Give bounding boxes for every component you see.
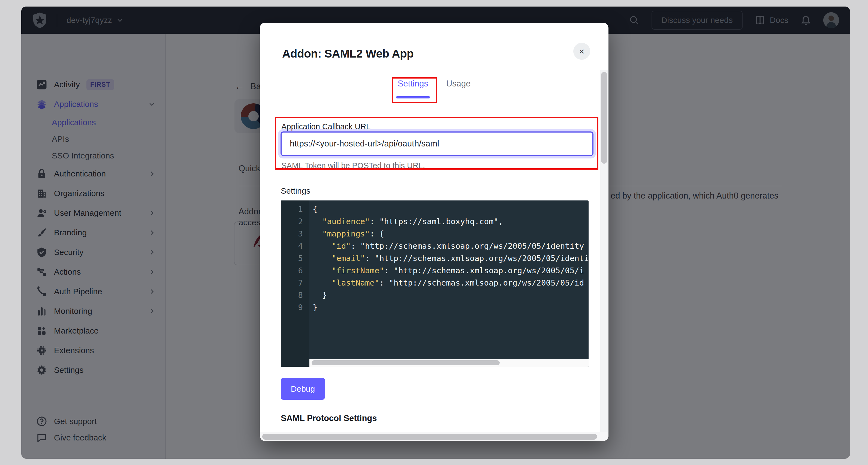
line-number: 9: [281, 301, 309, 314]
editor-horizontal-scrollbar[interactable]: [309, 359, 589, 367]
tabs-divider: [270, 97, 597, 97]
editor-hscroll-thumb[interactable]: [312, 360, 500, 365]
settings-json-editor[interactable]: 123456789 { "audience": "https://saml.bo…: [281, 200, 589, 367]
line-number: 1: [281, 203, 309, 215]
callback-url-helper: SAML Token will be POSTed to this URL.: [281, 161, 425, 170]
addon-saml2-modal: Addon: SAML2 Web App × Settings Usage Ap…: [260, 23, 609, 441]
modal-tabs: Settings Usage: [260, 79, 609, 97]
code-line: "mappings": {: [313, 228, 589, 240]
line-number: 2: [281, 215, 309, 228]
code-line: "lastName": "http://schemas.xmlsoap.org/…: [313, 277, 589, 289]
code-line: {: [313, 203, 589, 215]
code-line: "audience": "https://saml.boxyhq.com",: [313, 215, 589, 228]
line-number: 8: [281, 289, 309, 301]
code-line: }: [313, 289, 589, 301]
tab-usage[interactable]: Usage: [446, 79, 471, 97]
tab-settings[interactable]: Settings: [398, 79, 428, 97]
modal-hscroll-thumb[interactable]: [262, 434, 597, 440]
editor-line-numbers: 123456789: [281, 200, 309, 367]
code-line: "firstName": "http://schemas.xmlsoap.org…: [313, 265, 589, 277]
line-number: 3: [281, 228, 309, 240]
app-window: dev-tyj7qyzz Discuss your needs Docs Act…: [21, 6, 850, 459]
code-line: }: [313, 301, 589, 314]
saml-protocol-settings-heading: SAML Protocol Settings: [281, 413, 377, 423]
close-icon[interactable]: ×: [573, 43, 590, 60]
callback-url-input[interactable]: [281, 132, 593, 156]
line-number: 5: [281, 252, 309, 265]
modal-horizontal-scrollbar[interactable]: [260, 432, 609, 441]
modal-vertical-scrollbar[interactable]: [600, 70, 608, 432]
settings-section-label: Settings: [281, 186, 310, 196]
line-number: 6: [281, 265, 309, 277]
modal-vscroll-thumb[interactable]: [601, 72, 607, 164]
code-line: "id": "http://schemas.xmlsoap.org/ws/200…: [313, 240, 589, 252]
debug-button[interactable]: Debug: [281, 378, 325, 400]
editor-code[interactable]: { "audience": "https://saml.boxyhq.com",…: [309, 200, 589, 359]
modal-title: Addon: SAML2 Web App: [282, 47, 413, 60]
line-number: 7: [281, 277, 309, 289]
line-number: 4: [281, 240, 309, 252]
callback-url-label: Application Callback URL: [281, 122, 370, 131]
code-line: "email": "http://schemas.xmlsoap.org/ws/…: [313, 252, 589, 265]
